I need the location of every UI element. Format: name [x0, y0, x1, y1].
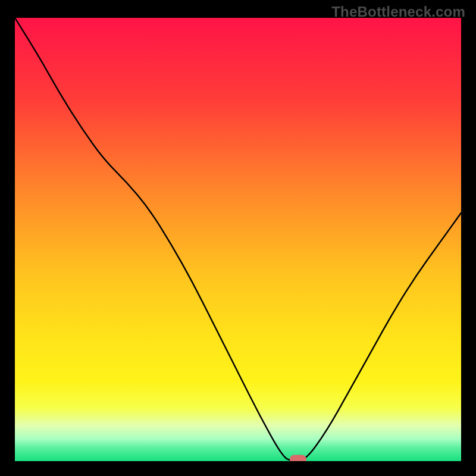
watermark-label: TheBottleneck.com [331, 4, 465, 20]
bottleneck-curve [15, 18, 461, 461]
curve-path [15, 18, 461, 461]
plot-area [15, 18, 461, 461]
chart-wrapper: TheBottleneck.com [0, 0, 476, 476]
optimal-marker [290, 455, 306, 462]
